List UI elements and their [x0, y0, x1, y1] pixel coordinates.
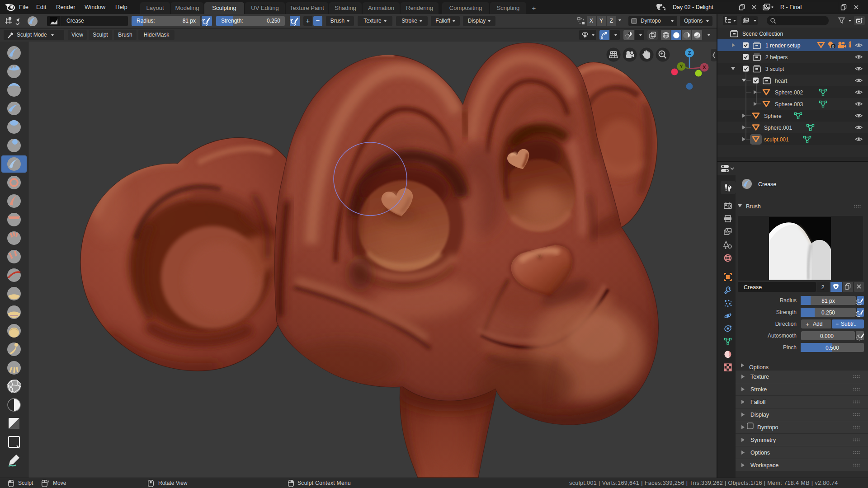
- svg-text:−: −: [835, 321, 839, 327]
- svg-text:Pinch: Pinch: [783, 344, 797, 351]
- svg-text:heart: heart: [775, 78, 788, 84]
- svg-text:Crease: Crease: [758, 181, 776, 188]
- svg-text:Stroke: Stroke: [750, 386, 767, 393]
- svg-text:2 helpers: 2 helpers: [765, 54, 788, 61]
- svg-text:9: 9: [832, 44, 834, 49]
- svg-text:Sphere.003: Sphere.003: [775, 101, 803, 108]
- svg-text:+: +: [806, 321, 809, 328]
- svg-text:Falloff: Falloff: [750, 399, 766, 405]
- svg-text:Radius: Radius: [780, 297, 797, 304]
- svg-text:Dyntopo: Dyntopo: [757, 424, 778, 431]
- svg-text:0.000: 0.000: [820, 333, 834, 339]
- svg-text:1 render setup: 1 render setup: [765, 42, 801, 49]
- svg-text:Subtr..: Subtr..: [841, 321, 857, 327]
- svg-text:Symmetry: Symmetry: [750, 437, 776, 443]
- svg-text:Sphere.002: Sphere.002: [775, 89, 803, 96]
- svg-text:Direction: Direction: [775, 321, 797, 327]
- svg-text:0.500: 0.500: [826, 345, 839, 351]
- svg-text:0.250: 0.250: [821, 310, 835, 316]
- svg-text:Sphere.001: Sphere.001: [764, 125, 792, 131]
- svg-text:2: 2: [821, 284, 825, 291]
- svg-text:81 px: 81 px: [821, 298, 835, 304]
- svg-text:Texture: Texture: [750, 374, 769, 380]
- svg-text:Strength: Strength: [776, 309, 797, 315]
- svg-text:Crease: Crease: [744, 284, 762, 291]
- svg-text:Z: Z: [688, 50, 691, 56]
- svg-text:Sphere: Sphere: [764, 113, 782, 119]
- svg-text:Brush: Brush: [746, 203, 761, 210]
- svg-text:Scene Collection: Scene Collection: [742, 31, 783, 37]
- svg-text:X: X: [703, 65, 706, 70]
- svg-text:Add: Add: [813, 321, 822, 327]
- svg-text:3 sculpt: 3 sculpt: [765, 66, 784, 72]
- svg-text:Display: Display: [750, 412, 769, 418]
- svg-text:sculpt.001: sculpt.001: [764, 136, 789, 143]
- svg-text:Options: Options: [749, 364, 769, 371]
- svg-text:Options: Options: [750, 450, 770, 456]
- svg-text:Workspace: Workspace: [750, 462, 778, 469]
- svg-text:Y: Y: [679, 64, 683, 69]
- svg-text:Autosmooth: Autosmooth: [768, 333, 797, 339]
